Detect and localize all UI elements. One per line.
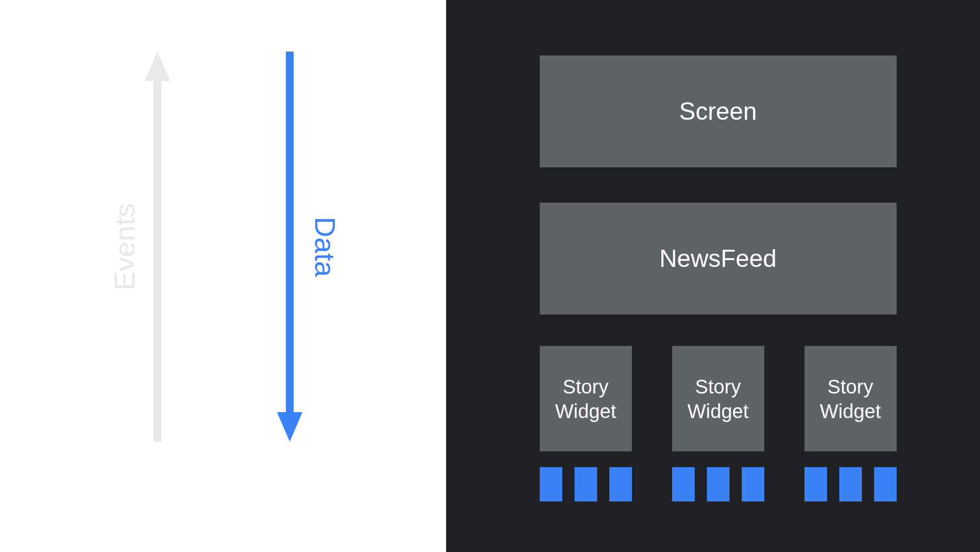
child-block (672, 467, 695, 501)
screen-label: Screen (679, 97, 756, 126)
story-widget-label: StoryWidget (687, 374, 749, 423)
child-block (707, 467, 729, 501)
child-block (874, 467, 897, 501)
story-widget-label: StoryWidget (555, 374, 616, 423)
child-block (742, 467, 764, 501)
child-block (575, 467, 597, 501)
story-widget-label: StoryWidget (820, 374, 881, 423)
child-block (540, 467, 562, 501)
story-widget-block: StoryWidget (804, 346, 897, 451)
arrow-down-icon (277, 52, 302, 442)
children-group (804, 467, 897, 501)
story-widgets-row: StoryWidget StoryWidget StoryWidget (540, 346, 897, 451)
children-row (540, 467, 897, 501)
arrow-up-icon (145, 52, 170, 442)
children-group (540, 467, 632, 501)
newsfeed-block: NewsFeed (540, 203, 897, 315)
child-block (839, 467, 862, 501)
screen-block: Screen (540, 55, 897, 167)
newsfeed-label: NewsFeed (659, 244, 777, 273)
events-arrow: Events (145, 52, 170, 442)
child-block (609, 467, 632, 501)
story-widget-block: StoryWidget (672, 346, 764, 451)
events-arrow-label: Events (108, 203, 141, 290)
data-arrow: Data (277, 52, 302, 442)
arrows-panel: Events Data (0, 0, 446, 552)
hierarchy-panel: Screen NewsFeed StoryWidget StoryWidget … (446, 0, 980, 552)
data-arrow-label: Data (309, 216, 342, 277)
story-widget-block: StoryWidget (540, 346, 632, 451)
children-group (672, 467, 764, 501)
child-block (804, 467, 827, 501)
